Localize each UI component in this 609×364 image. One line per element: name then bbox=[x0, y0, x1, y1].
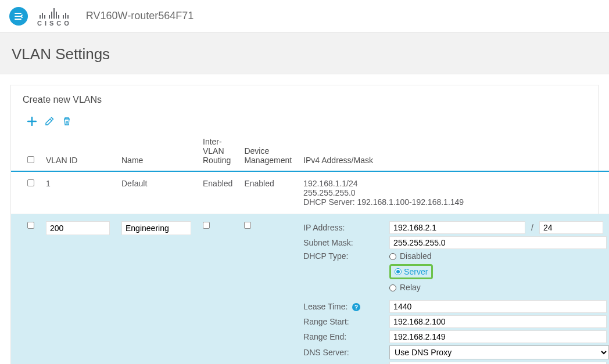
select-all-checkbox[interactable] bbox=[27, 156, 34, 163]
cell-ivr: Enabled bbox=[197, 171, 238, 214]
brand-text: CISCO bbox=[37, 20, 72, 27]
slash-label: / bbox=[531, 223, 533, 232]
row-checkbox[interactable] bbox=[27, 222, 34, 229]
row-checkbox[interactable] bbox=[27, 179, 34, 186]
cell-name: Default bbox=[116, 171, 197, 214]
ipv4-line1: 192.168.1.1/24 bbox=[303, 179, 609, 188]
dns-label: DNS Server: bbox=[303, 348, 386, 357]
range-end-label: Range End: bbox=[303, 332, 386, 341]
dhcp-relay-label: Relay bbox=[400, 283, 421, 292]
dm-checkbox[interactable] bbox=[244, 222, 251, 229]
lease-label: Lease Time: ? bbox=[303, 302, 386, 312]
panel-title: Create new VLANs bbox=[11, 85, 598, 111]
dhcp-server-label: Server bbox=[404, 267, 428, 276]
mask-label: Subnet Mask: bbox=[303, 238, 386, 247]
delete-button[interactable] bbox=[62, 117, 71, 128]
ip-label: IP Address: bbox=[303, 223, 386, 232]
page-title: VLAN Settings bbox=[12, 45, 597, 63]
vlan-name-input[interactable] bbox=[121, 221, 191, 235]
cisco-logo: CISCO bbox=[36, 6, 72, 27]
trash-icon bbox=[62, 117, 71, 126]
page-title-bar: VLAN Settings bbox=[0, 33, 609, 74]
col-name: Name bbox=[116, 132, 197, 171]
vlan-toolbar bbox=[11, 111, 598, 132]
ip-address-input[interactable] bbox=[389, 221, 525, 234]
col-ivr: Inter-VLAN Routing bbox=[197, 132, 238, 171]
dhcp-type-label: DHCP Type: bbox=[303, 251, 386, 261]
dhcp-disabled-radio[interactable] bbox=[389, 253, 396, 260]
table-header-row: VLAN ID Name Inter-VLAN Routing Device M… bbox=[11, 132, 609, 171]
menu-toggle-button[interactable] bbox=[9, 7, 28, 26]
cell-ipv4: 192.168.1.1/24 255.255.255.0 DHCP Server… bbox=[298, 171, 609, 214]
top-bar: CISCO RV160W-router564F71 bbox=[0, 0, 609, 33]
dhcp-server-radio[interactable] bbox=[395, 268, 402, 275]
ipv4-line2: 255.255.255.0 bbox=[303, 188, 609, 197]
range-start-label: Range Start: bbox=[303, 317, 386, 326]
dhcp-relay-radio[interactable] bbox=[389, 284, 396, 291]
subnet-mask-input[interactable] bbox=[389, 236, 607, 249]
range-start-input[interactable] bbox=[389, 315, 607, 328]
vlan-panel: Create new VLANs VLAN ID Name Inter-VLAN… bbox=[10, 85, 599, 364]
edit-button[interactable] bbox=[45, 117, 54, 128]
vlan-id-input[interactable] bbox=[46, 221, 110, 235]
col-vlan-id: VLAN ID bbox=[40, 132, 116, 171]
table-row-edit: IP Address: / Subnet Mask: DHCP Type: bbox=[11, 214, 609, 365]
lease-time-input[interactable] bbox=[389, 300, 607, 313]
cell-dm: Enabled bbox=[238, 171, 298, 214]
plus-icon bbox=[27, 117, 37, 126]
range-end-input[interactable] bbox=[389, 330, 607, 343]
dhcp-server-highlight: Server bbox=[389, 264, 433, 279]
ivr-checkbox[interactable] bbox=[203, 222, 210, 229]
ipv4-line3: DHCP Server: 192.168.1.100-192.168.1.149 bbox=[303, 197, 609, 207]
edit-icon bbox=[45, 117, 54, 126]
add-button[interactable] bbox=[27, 117, 37, 128]
cell-ipv4-edit: IP Address: / Subnet Mask: DHCP Type: bbox=[298, 214, 609, 365]
help-icon[interactable]: ? bbox=[352, 303, 360, 311]
dhcp-disabled-label: Disabled bbox=[400, 251, 431, 261]
menu-icon bbox=[14, 12, 23, 21]
prefix-input[interactable] bbox=[539, 221, 603, 234]
wins-server-input[interactable] bbox=[389, 362, 607, 364]
dns-server-select[interactable]: Use DNS Proxy bbox=[389, 345, 609, 359]
col-ipv4: IPv4 Address/Mask bbox=[298, 132, 609, 171]
col-dm: Device Management bbox=[238, 132, 298, 171]
cell-vlan-id: 1 bbox=[40, 171, 116, 214]
table-row: 1 Default Enabled Enabled 192.168.1.1/24… bbox=[11, 171, 609, 214]
vlan-table: VLAN ID Name Inter-VLAN Routing Device M… bbox=[11, 132, 609, 364]
device-name: RV160W-router564F71 bbox=[86, 10, 194, 22]
